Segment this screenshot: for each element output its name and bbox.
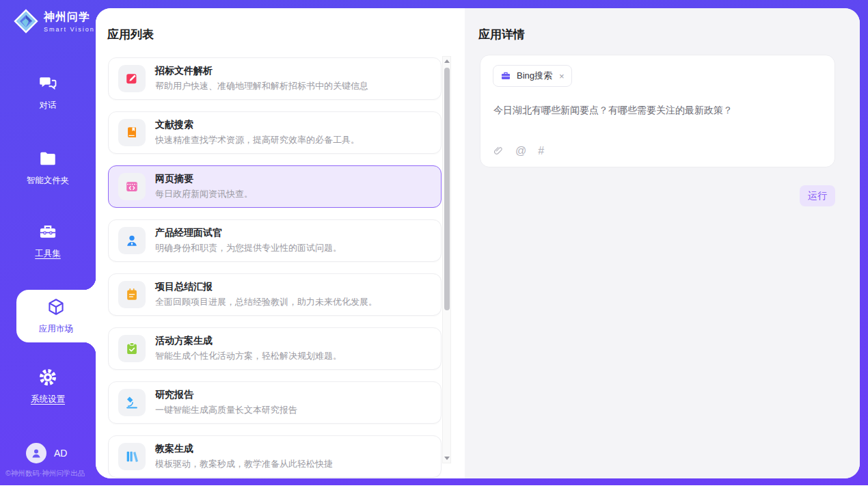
avatar: [26, 443, 46, 463]
app-name: 文献搜索: [155, 119, 360, 131]
user-row[interactable]: AD: [26, 443, 67, 463]
sidebar-item-gear[interactable]: 系统设置: [0, 368, 96, 405]
scroll-down-icon[interactable]: [444, 457, 450, 460]
app-card[interactable]: 研究报告 一键智能生成高质量长文本研究报告: [108, 381, 442, 424]
tool-chip-bing-search[interactable]: Bing搜索 ×: [493, 65, 572, 87]
app-list: 招标文件解析 帮助用户快速、准确地理解和解析招标书中的关键信息 文献搜索 快速精…: [108, 57, 442, 478]
prompt-text[interactable]: 今日湖北有哪些新闻要点？有哪些需要关注的最新政策？: [493, 103, 824, 117]
app-description: 全面回顾项目进展，总结经验教训，助力未来优化发展。: [155, 296, 377, 308]
app-detail-pane: 应用详情 Bing搜索 × 今日湖北有哪些新闻要点？有哪些需要关注的最新政策？: [465, 8, 860, 478]
app-name: 产品经理面试官: [155, 227, 342, 239]
main-content: 应用列表 招标文件解析 帮助用户快速、准确地理解和解析招标书中的关键信息: [96, 8, 860, 478]
briefcase-icon: [500, 70, 511, 81]
chip-close-icon[interactable]: ×: [559, 71, 565, 81]
app-card[interactable]: 项目总结汇报 全面回顾项目进展，总结经验教训，助力未来优化发展。: [108, 273, 442, 316]
app-detail-title: 应用详情: [478, 27, 525, 42]
input-tools: @ #: [493, 145, 544, 157]
sidebar-item-chat[interactable]: 对话: [0, 74, 96, 111]
app-list-pane: 应用列表 招标文件解析 帮助用户快速、准确地理解和解析招标书中的关键信息: [96, 8, 465, 478]
app-name: 招标文件解析: [155, 65, 368, 77]
nav-label: 系统设置: [0, 394, 96, 405]
person-icon: [30, 447, 42, 459]
app-description: 帮助用户快速、准确地理解和解析招标书中的关键信息: [155, 80, 368, 92]
run-button[interactable]: 运行: [800, 185, 835, 206]
app-name: 教案生成: [155, 443, 333, 455]
app-name: 项目总结汇报: [155, 281, 377, 293]
app-name: 研究报告: [155, 389, 297, 401]
notepad-icon: [118, 281, 146, 308]
app-card[interactable]: 活动方案生成 智能生成个性化活动方案，轻松解决规划难题。: [108, 327, 442, 370]
microscope-icon: [118, 389, 146, 416]
books-icon: [118, 443, 146, 470]
interviewer-icon: [118, 227, 146, 254]
app-card[interactable]: 招标文件解析 帮助用户快速、准确地理解和解析招标书中的关键信息: [108, 57, 442, 100]
app-description: 每日政府新闻资讯快查。: [155, 188, 253, 200]
app-card[interactable]: 文献搜索 快速精准查找学术资源，提高研究效率的必备工具。: [108, 111, 442, 154]
nav-label: 智能文件夹: [0, 175, 96, 187]
nav-label: 对话: [0, 100, 96, 111]
toolbox-icon: [38, 222, 57, 241]
app-name: 活动方案生成: [155, 335, 342, 347]
app-card[interactable]: 网页摘要 每日政府新闻资讯快查。: [108, 165, 442, 208]
sidebar-item-toolbox[interactable]: 工具集: [0, 222, 96, 260]
app-card[interactable]: 产品经理面试官 明确身份和职责，为您提供专业性的面试问题。: [108, 219, 442, 262]
gear-icon: [38, 368, 57, 387]
clipboard-check-icon: [118, 335, 146, 362]
nav-label: 工具集: [0, 248, 96, 260]
app-description: 模板驱动，教案秒成，教学准备从此轻松快捷: [155, 458, 333, 470]
app-name: 网页摘要: [155, 173, 253, 185]
copyright: ©神州数码·神州问学出品: [5, 469, 85, 478]
pen-square-icon: [118, 65, 146, 92]
chat-icon: [38, 74, 57, 93]
sidebar: 神州问学 Smart Vision 对话 智能文件夹 工具集: [0, 0, 96, 485]
hash-icon[interactable]: #: [538, 146, 544, 157]
app-window: 神州问学 Smart Vision 对话 智能文件夹 工具集: [0, 0, 868, 485]
paperclip-icon[interactable]: [493, 145, 504, 157]
app-description: 明确身份和职责，为您提供专业性的面试问题。: [155, 242, 342, 254]
user-label: AD: [54, 448, 67, 459]
app-description: 一键智能生成高质量长文本研究报告: [155, 404, 297, 416]
browser-code-icon: [118, 173, 146, 200]
app-description: 快速精准查找学术资源，提高研究效率的必备工具。: [155, 134, 360, 146]
sidebar-item-cube[interactable]: 应用市场: [16, 290, 96, 342]
tool-chip-label: Bing搜索: [517, 70, 552, 82]
nav-label: 应用市场: [16, 323, 96, 335]
sidebar-nav: 对话 智能文件夹 工具集 应用市场: [0, 0, 96, 485]
app-card[interactable]: 教案生成 模板驱动，教案秒成，教学准备从此轻松快捷: [108, 435, 442, 478]
scrollbar[interactable]: [442, 56, 451, 463]
sidebar-item-folder[interactable]: 智能文件夹: [0, 149, 96, 187]
app-description: 智能生成个性化活动方案，轻松解决规划难题。: [155, 350, 342, 362]
book-icon: [118, 119, 146, 146]
folder-icon: [38, 149, 57, 168]
app-list-title: 应用列表: [107, 27, 154, 42]
mention-icon[interactable]: @: [515, 146, 526, 157]
scrollbar-thumb[interactable]: [444, 68, 450, 310]
prompt-card[interactable]: Bing搜索 × 今日湖北有哪些新闻要点？有哪些需要关注的最新政策？ @ #: [480, 55, 835, 167]
cube-icon: [46, 297, 66, 316]
scroll-up-icon[interactable]: [444, 59, 450, 63]
